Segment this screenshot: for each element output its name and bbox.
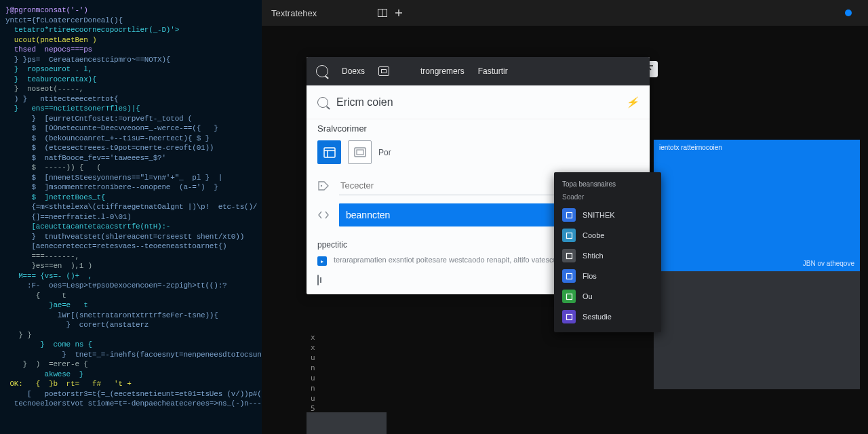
app-icon <box>562 229 576 242</box>
context-menu-item[interactable]: SNITHEK <box>554 205 661 225</box>
title-bar: Textratehex <box>262 0 868 26</box>
app-icon <box>562 249 576 262</box>
editor-surface: Doexs trongremers Fasturtir ientotx ratt… <box>262 26 868 434</box>
context-menu-heading: Topa beansnaires <box>554 178 661 191</box>
bolt-icon[interactable]: ⚡ <box>626 96 639 108</box>
context-menu-item[interactable]: Sestudie <box>554 307 661 327</box>
kind-card-primary[interactable] <box>317 140 341 164</box>
line-gutter: xxununu5 <box>311 332 315 414</box>
context-menu-item-label: Flos <box>583 272 597 280</box>
svg-rect-14 <box>566 253 572 258</box>
search-row: Ericm coien ⚡ <box>307 85 650 119</box>
window-icon <box>378 66 389 76</box>
modal-header-item[interactable]: trongremers <box>420 66 465 76</box>
svg-rect-13 <box>566 233 572 238</box>
context-menu-item-label: Shtich <box>583 252 604 260</box>
status-dot <box>845 9 852 16</box>
context-menu-item-label: Sestudie <box>583 313 612 321</box>
search-icon <box>316 65 328 77</box>
tag-icon <box>317 180 330 192</box>
context-menu-item-label: Coobe <box>583 231 604 239</box>
app-icon <box>562 310 576 323</box>
context-menu-item[interactable]: Shtich <box>554 245 661 266</box>
svg-rect-6 <box>324 148 335 157</box>
window-title: Textratehex <box>271 8 317 18</box>
context-menu-subheading: Soader <box>554 191 661 205</box>
svg-rect-16 <box>566 294 572 299</box>
kind-selector-row: Por <box>307 140 650 172</box>
svg-point-11 <box>321 185 322 186</box>
layout-icon[interactable] <box>317 275 319 285</box>
kind-card-alt[interactable] <box>348 140 372 164</box>
code-editor[interactable]: }@pgronmconsat('-')yntct={fcLoatercerDon… <box>0 0 262 434</box>
preview-pane: ientotx ratteirnocoien JBN ov atheqove <box>654 140 860 271</box>
context-menu-item-label: SNITHEK <box>583 211 615 219</box>
svg-rect-10 <box>357 150 363 155</box>
preview-header-text: ientotx ratteirnocoien <box>659 144 722 151</box>
context-menu: Topa beansnaires Soader SNITHEKCoobeShti… <box>554 172 661 332</box>
context-menu-item[interactable]: Flos <box>554 266 661 286</box>
context-menu-item[interactable]: Coobe <box>554 225 661 245</box>
modal-header-item[interactable]: Doexs <box>342 66 365 76</box>
svg-rect-12 <box>566 212 572 218</box>
modal-header: Doexs trongremers Fasturtir <box>307 57 650 85</box>
app-icon <box>562 208 576 222</box>
kind-label: Por <box>378 148 391 157</box>
modal-header-item[interactable]: Fasturtir <box>478 66 508 76</box>
preview-lower-pane <box>654 271 860 389</box>
svg-rect-17 <box>566 314 572 319</box>
context-menu-item-label: Ou <box>583 292 593 300</box>
section-title-sources: Sralvcorimer <box>307 119 650 140</box>
status-bar-block[interactable] <box>307 412 387 434</box>
app-icon <box>562 269 576 283</box>
code-icon <box>317 209 330 221</box>
search-input[interactable]: Ericm coien <box>336 96 618 108</box>
info-badge-icon: ▸ <box>317 256 327 266</box>
svg-rect-15 <box>566 273 572 279</box>
context-menu-item[interactable]: Ou <box>554 286 661 307</box>
plus-icon[interactable] <box>394 8 403 18</box>
preview-footer-text: JBN ov atheqove <box>803 260 854 267</box>
app-icon <box>562 290 576 303</box>
right-pane: Textratehex Doexs <box>262 0 868 434</box>
search-icon <box>317 97 328 108</box>
panel-split-icon[interactable] <box>378 8 387 18</box>
